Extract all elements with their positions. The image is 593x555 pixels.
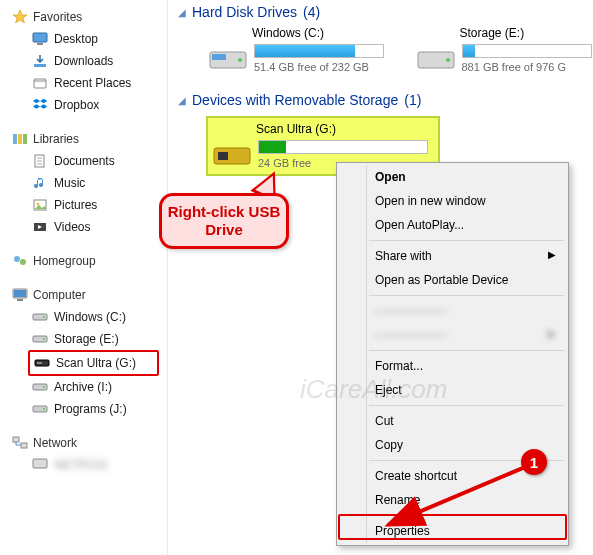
usage-bar [258, 140, 428, 154]
dropbox-icon [32, 97, 48, 113]
item-label: Storage (E:) [54, 332, 119, 346]
group-label: Hard Disk Drives [192, 4, 297, 20]
group-removable[interactable]: ◢ Devices with Removable Storage (1) [178, 88, 593, 114]
drive-icon [32, 331, 48, 347]
svg-rect-3 [34, 64, 46, 67]
ctx-portable-device[interactable]: Open as Portable Device [339, 268, 566, 292]
svg-point-33 [238, 58, 242, 62]
callout-rightclick: Right-click USB Drive [159, 193, 289, 249]
drive-sub: 881 GB free of 976 G [462, 61, 592, 73]
svg-rect-4 [34, 79, 46, 88]
svg-point-19 [43, 316, 45, 318]
sidebar-item-drive-e[interactable]: Storage (E:) [8, 328, 167, 350]
drive-c[interactable]: Windows (C:) 51.4 GB free of 232 GB [208, 26, 386, 74]
sidebar-item-dropbox[interactable]: Dropbox [8, 94, 167, 116]
ctx-rename[interactable]: Rename [339, 488, 566, 512]
item-label: Videos [54, 220, 90, 234]
group-count: (4) [303, 4, 320, 20]
svg-point-35 [446, 58, 450, 62]
context-menu: Open Open in new window Open AutoPlay...… [336, 162, 569, 546]
ctx-blurred-item[interactable]: ——————▶ [339, 323, 566, 347]
ctx-format[interactable]: Format... [339, 354, 566, 378]
sidebar-item-network-node[interactable]: NETPC01 [8, 454, 167, 476]
svg-rect-6 [18, 134, 22, 144]
svg-rect-37 [218, 152, 228, 160]
item-label: Archive (I:) [54, 380, 112, 394]
sidebar-item-drive-j[interactable]: Programs (J:) [8, 398, 167, 420]
usage-bar [254, 44, 384, 58]
drive-icon [32, 401, 48, 417]
svg-rect-2 [37, 43, 43, 45]
svg-rect-28 [13, 437, 19, 442]
svg-point-13 [14, 256, 20, 262]
star-icon [12, 9, 28, 25]
step-badge-1: 1 [521, 449, 547, 475]
svg-rect-17 [17, 299, 23, 301]
svg-point-25 [43, 386, 45, 388]
favorites-label: Favorites [33, 10, 82, 24]
usage-bar [462, 44, 592, 58]
homegroup-icon [12, 253, 28, 269]
computer-icon [12, 287, 28, 303]
network-icon [12, 435, 28, 451]
item-label: Programs (J:) [54, 402, 127, 416]
videos-icon [32, 219, 48, 235]
drive-title: Windows (C:) [208, 26, 386, 40]
computer-header[interactable]: Computer [8, 284, 167, 306]
svg-rect-29 [21, 443, 27, 448]
ctx-share-with[interactable]: Share with▶ [339, 244, 566, 268]
computer-label: Computer [33, 288, 86, 302]
svg-rect-5 [13, 134, 17, 144]
network-header[interactable]: Network [8, 432, 167, 454]
submenu-arrow-icon: ▶ [548, 249, 556, 260]
sidebar-item-drive-g[interactable]: Scan Ultra (G:) [30, 352, 157, 374]
drive-title: Storage (E:) [416, 26, 594, 40]
downloads-icon [32, 53, 48, 69]
svg-rect-7 [23, 134, 27, 144]
item-label: Documents [54, 154, 115, 168]
navigation-pane: Favorites Desktop Downloads Recent Place… [0, 0, 168, 555]
network-label: Network [33, 436, 77, 450]
homegroup-header[interactable]: Homegroup [8, 250, 167, 272]
sidebar-item-desktop[interactable]: Desktop [8, 28, 167, 50]
ctx-cut[interactable]: Cut [339, 409, 566, 433]
ctx-open-new-window[interactable]: Open in new window [339, 189, 566, 213]
item-label: Recent Places [54, 76, 131, 90]
sidebar-item-videos[interactable]: Videos [8, 216, 167, 238]
svg-marker-0 [13, 10, 27, 23]
svg-rect-23 [37, 362, 42, 364]
sidebar-item-downloads[interactable]: Downloads [8, 50, 167, 72]
homegroup-label: Homegroup [33, 254, 96, 268]
ctx-open-autoplay[interactable]: Open AutoPlay... [339, 213, 566, 237]
sidebar-item-documents[interactable]: Documents [8, 150, 167, 172]
svg-rect-32 [212, 54, 226, 60]
sidebar-item-music[interactable]: Music [8, 172, 167, 194]
item-label: Dropbox [54, 98, 99, 112]
svg-point-27 [43, 408, 45, 410]
ctx-blurred-item[interactable]: —————— [339, 299, 566, 323]
svg-point-14 [20, 259, 26, 265]
sidebar-item-drive-c[interactable]: Windows (C:) [8, 306, 167, 328]
sidebar-item-recent[interactable]: Recent Places [8, 72, 167, 94]
documents-icon [32, 153, 48, 169]
removable-drive-icon [212, 140, 252, 170]
ctx-open[interactable]: Open [339, 165, 566, 189]
group-hdd[interactable]: ◢ Hard Disk Drives (4) [178, 0, 593, 26]
svg-rect-30 [33, 459, 47, 468]
favorites-header[interactable]: Favorites [8, 6, 167, 28]
item-label: Pictures [54, 198, 97, 212]
libraries-label: Libraries [33, 132, 79, 146]
sidebar-item-pictures[interactable]: Pictures [8, 194, 167, 216]
collapse-icon: ◢ [178, 7, 186, 18]
music-icon [32, 175, 48, 191]
item-label: Downloads [54, 54, 113, 68]
svg-rect-1 [33, 33, 47, 42]
ctx-properties[interactable]: Properties [339, 519, 566, 543]
removable-drive-icon [34, 355, 50, 371]
libraries-header[interactable]: Libraries [8, 128, 167, 150]
desktop-icon [32, 31, 48, 47]
sidebar-item-drive-i[interactable]: Archive (I:) [8, 376, 167, 398]
ctx-eject[interactable]: Eject [339, 378, 566, 402]
group-count: (1) [404, 92, 421, 108]
drive-e[interactable]: Storage (E:) 881 GB free of 976 G [416, 26, 594, 74]
